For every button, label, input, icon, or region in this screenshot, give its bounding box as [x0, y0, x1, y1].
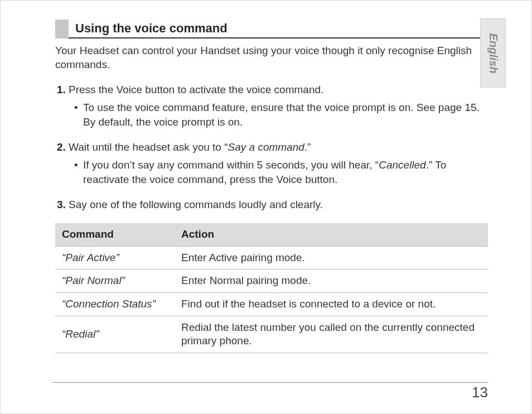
cell-command: “Connection Status” [55, 292, 175, 316]
language-tab-label: English [487, 33, 500, 73]
step-text-a: Wait until the headset ask you to “ [69, 141, 228, 153]
step-2-sub-1: If you don’t say any command within 5 se… [74, 158, 488, 186]
cell-action: Find out if the headset is connected to … [175, 292, 488, 316]
table-row: “Pair Active” Enter Active pairing mode. [55, 246, 488, 269]
step-1-sublist: To use the voice command feature, ensure… [69, 97, 488, 129]
cell-action: Redial the latest number you called on t… [175, 316, 488, 353]
table-row: “Connection Status” Find out if the head… [55, 292, 488, 316]
step-text: Say one of the following commands loudly… [69, 199, 323, 210]
page-number: 13 [53, 382, 488, 401]
table-row: “Redial” Redial the latest number you ca… [55, 316, 488, 353]
sub-b: Cancelled [379, 159, 426, 171]
cell-command: “Pair Normal” [55, 269, 175, 293]
sub-a: If you don’t say any command within 5 se… [83, 159, 379, 171]
cell-action: Enter Active pairing mode. [175, 246, 488, 269]
commands-table: Command Action “Pair Active” Enter Activ… [55, 223, 488, 353]
step-2: Wait until the headset ask you to “Say a… [69, 140, 488, 186]
section-title-wrap: Using the voice command [69, 20, 488, 38]
cell-command: “Redial” [55, 316, 175, 353]
step-1: Press the Voice button to activate the v… [69, 83, 488, 129]
document-page: English Using the voice command Your Hea… [0, 0, 532, 414]
header-command: Command [55, 223, 175, 246]
step-1-sub-1: To use the voice command feature, ensure… [74, 100, 488, 129]
table-header-row: Command Action [55, 223, 488, 246]
cell-action: Enter Normal pairing mode. [175, 269, 488, 293]
header-action: Action [175, 223, 488, 246]
section-header: Using the voice command [55, 20, 488, 38]
language-tab: English [480, 18, 506, 88]
step-3: Say one of the following commands loudly… [69, 198, 488, 212]
table-row: “Pair Normal” Enter Normal pairing mode. [55, 269, 488, 293]
steps-list: Press the Voice button to activate the v… [55, 83, 488, 211]
step-text-b: Say a command [228, 141, 304, 153]
section-intro: Your Headset can control your Handset us… [55, 44, 488, 71]
cell-command: “Pair Active” [55, 246, 175, 269]
section-title: Using the voice command [75, 21, 228, 36]
step-text-c: .” [304, 141, 311, 153]
step-2-sublist: If you don’t say any command within 5 se… [69, 155, 488, 186]
step-text: Press the Voice button to activate the v… [69, 84, 323, 95]
section-accent-block [55, 20, 69, 38]
